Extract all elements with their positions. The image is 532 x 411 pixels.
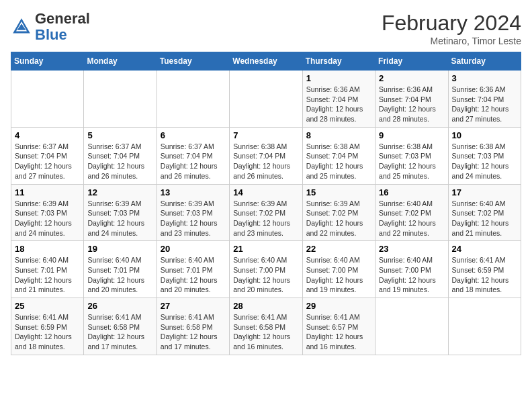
- day-number: 17: [452, 187, 517, 197]
- day-number: 12: [87, 187, 152, 197]
- calendar-cell: 12Sunrise: 6:39 AMSunset: 7:03 PMDayligh…: [84, 184, 157, 241]
- month-year: February 2024: [382, 11, 521, 36]
- calendar-cell: 27Sunrise: 6:41 AMSunset: 6:58 PMDayligh…: [157, 298, 229, 355]
- day-info: Sunrise: 6:39 AMSunset: 7:02 PMDaylight:…: [233, 199, 298, 238]
- logo-general: General: [35, 10, 90, 27]
- day-info: Sunrise: 6:40 AMSunset: 7:00 PMDaylight:…: [233, 255, 298, 295]
- day-info: Sunrise: 6:39 AMSunset: 7:03 PMDaylight:…: [15, 199, 80, 238]
- calendar-week-1: 1Sunrise: 6:36 AMSunset: 7:04 PMDaylight…: [11, 71, 521, 128]
- calendar-cell: [448, 298, 521, 355]
- day-header-monday: Monday: [84, 52, 157, 71]
- day-info: Sunrise: 6:36 AMSunset: 7:04 PMDaylight:…: [306, 85, 371, 124]
- calendar-week-4: 18Sunrise: 6:40 AMSunset: 7:01 PMDayligh…: [11, 241, 521, 298]
- calendar-cell: 29Sunrise: 6:41 AMSunset: 6:57 PMDayligh…: [302, 298, 375, 355]
- day-info: Sunrise: 6:38 AMSunset: 7:03 PMDaylight:…: [452, 142, 517, 181]
- calendar-cell: [84, 71, 157, 128]
- day-info: Sunrise: 6:39 AMSunset: 7:02 PMDaylight:…: [306, 199, 371, 238]
- day-number: 9: [379, 130, 444, 140]
- day-number: 2: [379, 73, 444, 83]
- day-number: 5: [87, 130, 152, 140]
- calendar-cell: 9Sunrise: 6:38 AMSunset: 7:03 PMDaylight…: [375, 127, 448, 184]
- day-info: Sunrise: 6:41 AMSunset: 6:59 PMDaylight:…: [452, 255, 517, 295]
- day-info: Sunrise: 6:39 AMSunset: 7:03 PMDaylight:…: [87, 199, 152, 238]
- location: Metinaro, Timor Leste: [382, 36, 521, 46]
- day-header-wednesday: Wednesday: [230, 52, 302, 71]
- day-number: 26: [87, 301, 152, 311]
- calendar-cell: 10Sunrise: 6:38 AMSunset: 7:03 PMDayligh…: [448, 127, 521, 184]
- calendar-cell: 25Sunrise: 6:41 AMSunset: 6:59 PMDayligh…: [11, 298, 84, 355]
- calendar-week-5: 25Sunrise: 6:41 AMSunset: 6:59 PMDayligh…: [11, 298, 521, 355]
- calendar-cell: 15Sunrise: 6:39 AMSunset: 7:02 PMDayligh…: [302, 184, 375, 241]
- day-number: 10: [452, 130, 517, 140]
- day-number: 15: [306, 187, 371, 197]
- calendar-cell: 23Sunrise: 6:40 AMSunset: 7:00 PMDayligh…: [375, 241, 448, 298]
- day-number: 7: [233, 130, 298, 140]
- calendar-cell: 7Sunrise: 6:38 AMSunset: 7:04 PMDaylight…: [230, 127, 302, 184]
- day-number: 27: [161, 301, 226, 311]
- day-info: Sunrise: 6:37 AMSunset: 7:04 PMDaylight:…: [87, 142, 152, 181]
- calendar-cell: 1Sunrise: 6:36 AMSunset: 7:04 PMDaylight…: [302, 71, 375, 128]
- day-info: Sunrise: 6:36 AMSunset: 7:04 PMDaylight:…: [379, 85, 444, 124]
- day-number: 11: [15, 187, 80, 197]
- day-number: 25: [15, 301, 80, 311]
- day-info: Sunrise: 6:40 AMSunset: 7:00 PMDaylight:…: [379, 255, 444, 295]
- calendar-cell: 2Sunrise: 6:36 AMSunset: 7:04 PMDaylight…: [375, 71, 448, 128]
- day-header-thursday: Thursday: [302, 52, 375, 71]
- calendar-cell: 8Sunrise: 6:38 AMSunset: 7:04 PMDaylight…: [302, 127, 375, 184]
- day-info: Sunrise: 6:39 AMSunset: 7:03 PMDaylight:…: [161, 199, 226, 238]
- day-info: Sunrise: 6:40 AMSunset: 7:01 PMDaylight:…: [161, 255, 226, 295]
- calendar-cell: [230, 71, 302, 128]
- day-number: 3: [452, 73, 517, 83]
- day-info: Sunrise: 6:40 AMSunset: 7:01 PMDaylight:…: [87, 255, 152, 295]
- day-number: 6: [161, 130, 226, 140]
- day-number: 20: [161, 244, 226, 254]
- calendar-cell: 19Sunrise: 6:40 AMSunset: 7:01 PMDayligh…: [84, 241, 157, 298]
- calendar-cell: [11, 71, 84, 128]
- day-info: Sunrise: 6:41 AMSunset: 6:59 PMDaylight:…: [15, 312, 80, 352]
- day-info: Sunrise: 6:36 AMSunset: 7:04 PMDaylight:…: [452, 85, 517, 124]
- day-info: Sunrise: 6:41 AMSunset: 6:57 PMDaylight:…: [306, 312, 371, 352]
- calendar-cell: 16Sunrise: 6:40 AMSunset: 7:02 PMDayligh…: [375, 184, 448, 241]
- day-info: Sunrise: 6:41 AMSunset: 6:58 PMDaylight:…: [161, 312, 226, 352]
- day-number: 18: [15, 244, 80, 254]
- day-number: 16: [379, 187, 444, 197]
- calendar-header: SundayMondayTuesdayWednesdayThursdayFrid…: [11, 52, 521, 71]
- calendar-cell: [157, 71, 229, 128]
- calendar-cell: 3Sunrise: 6:36 AMSunset: 7:04 PMDaylight…: [448, 71, 521, 128]
- day-number: 19: [87, 244, 152, 254]
- day-header-sunday: Sunday: [11, 52, 84, 71]
- day-info: Sunrise: 6:41 AMSunset: 6:58 PMDaylight:…: [87, 312, 152, 352]
- logo-blue: Blue: [35, 26, 67, 43]
- calendar-cell: 28Sunrise: 6:41 AMSunset: 6:58 PMDayligh…: [230, 298, 302, 355]
- calendar-cell: 22Sunrise: 6:40 AMSunset: 7:00 PMDayligh…: [302, 241, 375, 298]
- calendar-cell: 13Sunrise: 6:39 AMSunset: 7:03 PMDayligh…: [157, 184, 229, 241]
- calendar-table: SundayMondayTuesdayWednesdayThursdayFrid…: [11, 52, 521, 355]
- day-header-friday: Friday: [375, 52, 448, 71]
- calendar-cell: 11Sunrise: 6:39 AMSunset: 7:03 PMDayligh…: [11, 184, 84, 241]
- day-number: 4: [15, 130, 80, 140]
- day-number: 13: [161, 187, 226, 197]
- calendar-cell: 17Sunrise: 6:40 AMSunset: 7:02 PMDayligh…: [448, 184, 521, 241]
- day-number: 24: [452, 244, 517, 254]
- calendar-cell: [375, 298, 448, 355]
- logo-icon: [11, 16, 32, 38]
- day-header-tuesday: Tuesday: [157, 52, 229, 71]
- day-info: Sunrise: 6:40 AMSunset: 7:02 PMDaylight:…: [452, 199, 517, 238]
- day-info: Sunrise: 6:40 AMSunset: 7:02 PMDaylight:…: [379, 199, 444, 238]
- day-info: Sunrise: 6:41 AMSunset: 6:58 PMDaylight:…: [233, 312, 298, 352]
- calendar-cell: 6Sunrise: 6:37 AMSunset: 7:04 PMDaylight…: [157, 127, 229, 184]
- calendar-cell: 5Sunrise: 6:37 AMSunset: 7:04 PMDaylight…: [84, 127, 157, 184]
- calendar-cell: 4Sunrise: 6:37 AMSunset: 7:04 PMDaylight…: [11, 127, 84, 184]
- calendar-week-3: 11Sunrise: 6:39 AMSunset: 7:03 PMDayligh…: [11, 184, 521, 241]
- day-info: Sunrise: 6:38 AMSunset: 7:03 PMDaylight:…: [379, 142, 444, 181]
- calendar-cell: 14Sunrise: 6:39 AMSunset: 7:02 PMDayligh…: [230, 184, 302, 241]
- day-info: Sunrise: 6:40 AMSunset: 7:00 PMDaylight:…: [306, 255, 371, 295]
- day-info: Sunrise: 6:37 AMSunset: 7:04 PMDaylight:…: [161, 142, 226, 181]
- day-number: 23: [379, 244, 444, 254]
- day-info: Sunrise: 6:37 AMSunset: 7:04 PMDaylight:…: [15, 142, 80, 181]
- logo: General Blue: [11, 11, 90, 43]
- calendar-body: 1Sunrise: 6:36 AMSunset: 7:04 PMDaylight…: [11, 71, 521, 355]
- day-number: 14: [233, 187, 298, 197]
- day-number: 28: [233, 301, 298, 311]
- calendar-week-2: 4Sunrise: 6:37 AMSunset: 7:04 PMDaylight…: [11, 127, 521, 184]
